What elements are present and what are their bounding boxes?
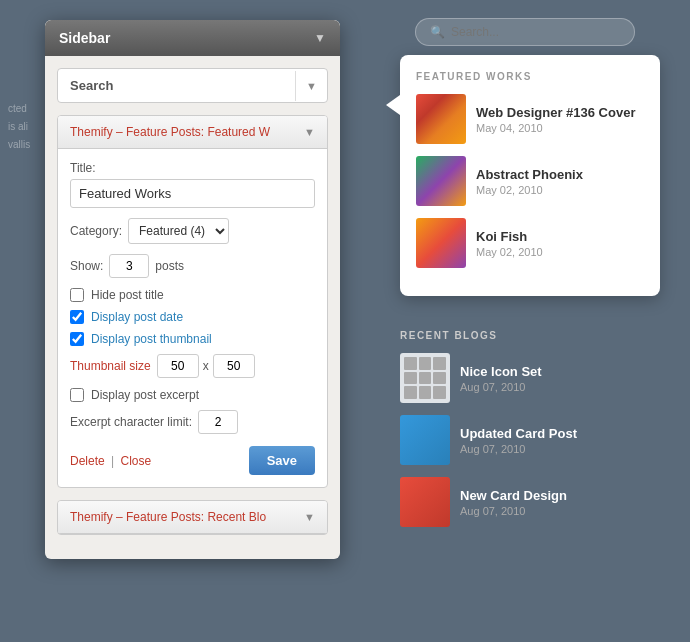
thumb-width-input[interactable] xyxy=(157,354,199,378)
excerpt-char-label: Excerpt character limit: xyxy=(70,415,192,429)
close-link[interactable]: Close xyxy=(121,454,152,468)
featured-date-1: May 04, 2010 xyxy=(476,122,635,134)
hide-post-title-label: Hide post title xyxy=(91,288,164,302)
search-icon: 🔍 xyxy=(430,25,445,39)
posts-label: posts xyxy=(155,259,184,273)
feature-widget-title: Themify – Feature Posts: Featured W xyxy=(70,125,270,139)
display-post-date-label: Display post date xyxy=(91,310,183,324)
display-post-date-row: Display post date xyxy=(70,310,315,324)
hide-post-title-row: Hide post title xyxy=(70,288,315,302)
display-post-excerpt-label: Display post excerpt xyxy=(91,388,199,402)
thumb-x-label: x xyxy=(203,359,209,373)
featured-works-card: FEATURED WORKS Web Designer #136 Cover M… xyxy=(400,55,660,296)
recent-title-3: New Card Design xyxy=(460,488,567,503)
feature-widget-body: Title: Category: Featured (4) Show: post… xyxy=(58,149,327,487)
show-input[interactable] xyxy=(109,254,149,278)
recent-thumb-3 xyxy=(400,477,450,527)
feature-widget-arrow: ▼ xyxy=(304,126,315,138)
title-input[interactable] xyxy=(70,179,315,208)
delete-close-links: Delete | Close xyxy=(70,454,151,468)
feature-widget-2-header[interactable]: Themify – Feature Posts: Recent Blo ▼ xyxy=(58,501,327,534)
thumb-height-input[interactable] xyxy=(213,354,255,378)
featured-title-3: Koi Fish xyxy=(476,229,543,244)
top-search-bar[interactable]: 🔍 xyxy=(415,18,635,46)
actions-row: Delete | Close Save xyxy=(70,446,315,475)
featured-thumb-1 xyxy=(416,94,466,144)
feature-widget-2-title: Themify – Feature Posts: Recent Blo xyxy=(70,510,266,524)
feature-posts-widget-2: Themify – Feature Posts: Recent Blo ▼ xyxy=(57,500,328,535)
featured-thumb-2 xyxy=(416,156,466,206)
left-margin-text: cted is ali vallis xyxy=(8,100,30,154)
recent-item-3: New Card Design Aug 07, 2010 xyxy=(400,477,670,527)
hide-post-title-checkbox[interactable] xyxy=(70,288,84,302)
recent-section-title: RECENT BLOGS xyxy=(400,330,670,341)
title-label: Title: xyxy=(70,161,315,175)
recent-date-3: Aug 07, 2010 xyxy=(460,505,567,517)
category-label: Category: xyxy=(70,224,122,238)
display-post-thumbnail-checkbox[interactable] xyxy=(70,332,84,346)
excerpt-char-input[interactable] xyxy=(198,410,238,434)
feature-widget-header[interactable]: Themify – Feature Posts: Featured W ▼ xyxy=(58,116,327,149)
recent-thumb-2 xyxy=(400,415,450,465)
featured-title-1: Web Designer #136 Cover xyxy=(476,105,635,120)
featured-date-2: May 02, 2010 xyxy=(476,184,583,196)
display-post-date-checkbox[interactable] xyxy=(70,310,84,324)
pipe-separator: | xyxy=(111,454,114,468)
show-row: Show: posts xyxy=(70,254,315,278)
recent-blogs-section: RECENT BLOGS Nice Icon Set Aug 07, 2010 … xyxy=(400,330,670,539)
recent-item-2: Updated Card Post Aug 07, 2010 xyxy=(400,415,670,465)
show-label: Show: xyxy=(70,259,103,273)
category-select[interactable]: Featured (4) xyxy=(128,218,229,244)
featured-thumb-3 xyxy=(416,218,466,268)
title-row: Title: xyxy=(70,161,315,208)
recent-thumb-1 xyxy=(400,353,450,403)
sidebar-panel: Sidebar ▼ Search ▼ Themify – Feature Pos… xyxy=(45,20,340,559)
featured-title-2: Abstract Phoenix xyxy=(476,167,583,182)
feature-posts-widget: Themify – Feature Posts: Featured W ▼ Ti… xyxy=(57,115,328,488)
delete-link[interactable]: Delete xyxy=(70,454,105,468)
featured-date-3: May 02, 2010 xyxy=(476,246,543,258)
recent-item-1: Nice Icon Set Aug 07, 2010 xyxy=(400,353,670,403)
display-post-thumbnail-label: Display post thumbnail xyxy=(91,332,212,346)
recent-date-1: Aug 07, 2010 xyxy=(460,381,542,393)
recent-title-1: Nice Icon Set xyxy=(460,364,542,379)
recent-title-2: Updated Card Post xyxy=(460,426,577,441)
category-row: Category: Featured (4) xyxy=(70,218,315,244)
search-widget-arrow[interactable]: ▼ xyxy=(295,71,327,101)
thumbnail-size-label: Thumbnail size xyxy=(70,359,151,373)
sidebar-header[interactable]: Sidebar ▼ xyxy=(45,20,340,56)
save-button[interactable]: Save xyxy=(249,446,315,475)
sidebar-arrow-icon: ▼ xyxy=(314,31,326,45)
featured-item-2: Abstract Phoenix May 02, 2010 xyxy=(416,156,644,206)
sidebar-body: Search ▼ Themify – Feature Posts: Featur… xyxy=(45,56,340,559)
featured-item-1: Web Designer #136 Cover May 04, 2010 xyxy=(416,94,644,144)
search-input[interactable] xyxy=(451,25,620,39)
search-widget[interactable]: Search ▼ xyxy=(57,68,328,103)
featured-item-3: Koi Fish May 02, 2010 xyxy=(416,218,644,268)
feature-widget-2-arrow: ▼ xyxy=(304,511,315,523)
featured-section-title: FEATURED WORKS xyxy=(416,71,644,82)
display-post-thumbnail-row: Display post thumbnail xyxy=(70,332,315,346)
excerpt-char-row: Excerpt character limit: xyxy=(70,410,315,434)
recent-date-2: Aug 07, 2010 xyxy=(460,443,577,455)
search-widget-label: Search xyxy=(58,69,125,102)
thumbnail-size-row: Thumbnail size x xyxy=(70,354,315,378)
sidebar-title: Sidebar xyxy=(59,30,110,46)
display-post-excerpt-row: Display post excerpt xyxy=(70,388,315,402)
display-post-excerpt-checkbox[interactable] xyxy=(70,388,84,402)
